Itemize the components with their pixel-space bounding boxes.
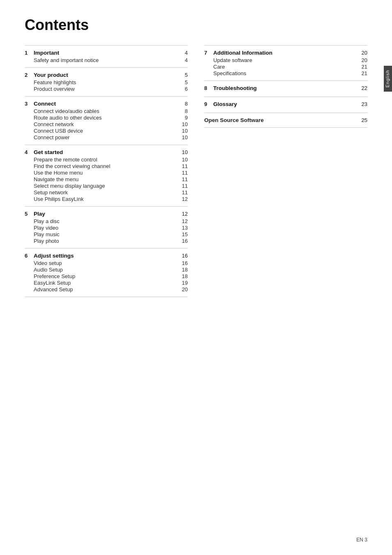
toc-sub-row: Connect USB device10 <box>25 128 188 134</box>
toc-main-row: 5Play12 <box>25 211 188 217</box>
toc-sub-page: 21 <box>357 70 367 76</box>
page-title: Contents <box>25 16 367 34</box>
toc-section: 2Your product5Feature highlights5Product… <box>25 68 188 97</box>
toc-sub-title: Product overview <box>34 86 178 92</box>
toc-sub-page: 6 <box>178 86 188 92</box>
toc-section-title: Important <box>34 50 178 56</box>
toc-section-title: Adjust settings <box>34 253 178 259</box>
toc-sub-row: Use the Home menu11 <box>25 170 188 176</box>
toc-section-page: 5 <box>178 72 188 78</box>
toc-sub-row: Play video13 <box>25 225 188 231</box>
page: English Contents 1Important4Safety and i… <box>0 0 392 555</box>
toc-section: 7Additional Information20Update software… <box>204 46 367 81</box>
toc-section-title: Connect <box>34 101 178 107</box>
toc-sub-page: 11 <box>178 189 188 196</box>
toc-sub-row: Connect network10 <box>25 121 188 127</box>
toc-main-row: 3Connect8 <box>25 101 188 107</box>
toc-section-page: 20 <box>357 50 367 56</box>
toc-main-row: 8Troubleshooting22 <box>204 85 367 91</box>
toc-section-page: 23 <box>357 101 367 107</box>
toc-sub-page: 11 <box>178 183 188 189</box>
toc-sub-row: Setup network11 <box>25 189 188 196</box>
toc-section-number: 3 <box>25 101 34 107</box>
toc-section: 3Connect8Connect video/audio cables8Rout… <box>25 97 188 145</box>
toc-section-title: Play <box>34 211 178 217</box>
toc-section-title: Troubleshooting <box>213 85 357 91</box>
toc-main-row: 9Glossary23 <box>204 101 367 107</box>
toc-sub-title: Connect power <box>34 134 178 140</box>
toc-sub-page: 8 <box>178 108 188 114</box>
toc-open-source-page: 25 <box>357 117 367 123</box>
toc-sub-page: 16 <box>178 260 188 266</box>
toc-sub-page: 11 <box>178 163 188 169</box>
toc-sub-page: 9 <box>178 115 188 121</box>
toc-sub-page: 18 <box>178 273 188 279</box>
toc-section-title: Get started <box>34 149 178 155</box>
toc-section: 8Troubleshooting22 <box>204 81 367 97</box>
toc-sub-page: 5 <box>178 79 188 85</box>
toc-main-row: 2Your product5 <box>25 72 188 78</box>
toc-sub-row: Connect video/audio cables8 <box>25 108 188 114</box>
toc-sub-page: 16 <box>178 238 188 244</box>
toc-sub-row: Connect power10 <box>25 134 188 140</box>
toc-sub-row: Safety and important notice4 <box>25 57 188 63</box>
toc-sub-title: Play music <box>34 231 178 237</box>
toc-sub-page: 10 <box>178 121 188 127</box>
toc-sub-title: Advanced Setup <box>34 286 178 292</box>
toc-main-row: 7Additional Information20 <box>204 50 367 56</box>
toc-section: 5Play12Play a disc12Play video13Play mus… <box>25 207 188 249</box>
toc-section-number: 9 <box>204 101 213 107</box>
toc-sub-row: Feature highlights5 <box>25 79 188 85</box>
toc-sub-page: 10 <box>178 134 188 140</box>
toc-sub-row: Route audio to other devices9 <box>25 115 188 121</box>
toc-sub-page: 11 <box>178 176 188 182</box>
toc-section-page: 22 <box>357 85 367 91</box>
toc-section-title: Additional Information <box>213 50 357 56</box>
toc-section: 1Important4Safety and important notice4 <box>25 46 188 68</box>
toc-sub-title: Audio Setup <box>34 267 178 273</box>
toc-main-row: 4Get started10 <box>25 149 188 155</box>
toc-sub-page: 20 <box>357 57 367 63</box>
toc-section-number: 2 <box>25 72 34 78</box>
toc-section-page: 4 <box>178 50 188 56</box>
toc-section-number: 5 <box>25 211 34 217</box>
toc-sub-title: Connect network <box>34 121 178 127</box>
toc-section-page: 16 <box>178 253 188 259</box>
toc-sub-page: 4 <box>178 57 188 63</box>
toc-sub-page: 19 <box>178 280 188 286</box>
toc-sub-row: Find the correct viewing channel11 <box>25 163 188 169</box>
toc-sub-title: Setup network <box>34 189 178 196</box>
toc-sub-title: Care <box>213 64 357 70</box>
toc-sub-row: Update software20 <box>204 57 367 63</box>
toc-sub-title: Video setup <box>34 260 178 266</box>
toc-sub-row: Product overview6 <box>25 86 188 92</box>
toc-section: 9Glossary23 <box>204 97 367 113</box>
toc-sub-page: 10 <box>178 128 188 134</box>
toc-sub-row: Select menu display language11 <box>25 183 188 189</box>
toc-sub-page: 12 <box>178 196 188 202</box>
toc-section-number: 4 <box>25 149 34 155</box>
page-footer: EN 3 <box>356 537 367 543</box>
toc-sub-page: 20 <box>178 286 188 292</box>
toc-section-page: 12 <box>178 211 188 217</box>
language-tab: English <box>384 66 392 92</box>
toc-sub-title: Play a disc <box>34 218 178 224</box>
toc-sub-title: EasyLink Setup <box>34 280 178 286</box>
toc-section: 4Get started10Prepare the remote control… <box>25 145 188 207</box>
toc-right-column: 7Additional Information20Update software… <box>204 45 367 297</box>
toc-sub-title: Update software <box>213 57 357 63</box>
toc-sub-title: Safety and important notice <box>34 57 178 63</box>
toc-sub-row: Preference Setup18 <box>25 273 188 279</box>
toc-sub-row: Audio Setup18 <box>25 267 188 273</box>
toc-open-source: Open Source Software25 <box>204 113 367 128</box>
toc-sub-title: Preference Setup <box>34 273 178 279</box>
toc-sub-row: Play photo16 <box>25 238 188 244</box>
toc-sub-title: Play photo <box>34 238 178 244</box>
toc-sub-row: EasyLink Setup19 <box>25 280 188 286</box>
toc-sub-title: Use Philips EasyLink <box>34 196 178 202</box>
toc-sub-title: Prepare the remote control <box>34 157 178 163</box>
toc-sub-title: Find the correct viewing channel <box>34 163 178 169</box>
toc-sub-title: Select menu display language <box>34 183 178 189</box>
toc-sub-title: Specifications <box>213 70 357 76</box>
toc-sub-page: 12 <box>178 218 188 224</box>
